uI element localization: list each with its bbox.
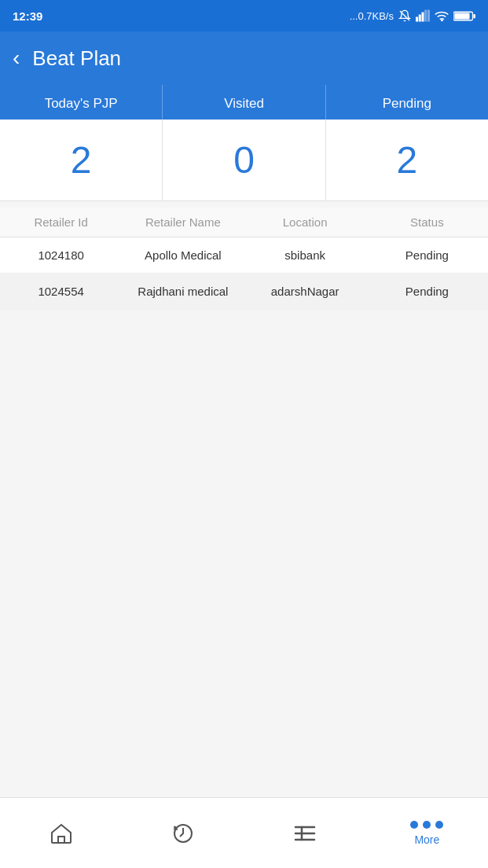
svg-rect-2 <box>419 15 421 22</box>
network-speed: ...0.7KB/s <box>350 10 394 22</box>
cell-retailer-id: 1024554 <box>0 285 122 298</box>
page-title: Beat Plan <box>32 46 121 71</box>
cell-location: adarshNagar <box>244 285 366 298</box>
more-dots-icon <box>410 821 443 829</box>
svg-point-6 <box>442 20 443 21</box>
nav-more[interactable]: More <box>366 821 488 846</box>
cell-status: Pending <box>366 248 488 262</box>
svg-rect-9 <box>454 13 469 19</box>
svg-rect-5 <box>427 10 430 22</box>
svg-rect-1 <box>416 17 418 22</box>
menu-icon <box>292 821 317 846</box>
status-bar: 12:39 ...0.7KB/s <box>0 0 488 31</box>
col-location: Location <box>244 215 366 229</box>
cell-status: Pending <box>366 285 488 298</box>
svg-rect-4 <box>424 10 427 22</box>
table-row[interactable]: 1024554 Rajdhani medical adarshNagar Pen… <box>0 274 488 310</box>
stat-today-label: Today's PJP <box>0 85 163 120</box>
nav-home[interactable] <box>0 821 122 846</box>
stat-pending-label: Pending <box>326 85 488 120</box>
notification-icon <box>398 9 411 22</box>
signal-icon <box>416 9 430 22</box>
cell-retailer-name: Rajdhani medical <box>122 285 244 298</box>
svg-rect-3 <box>422 13 424 22</box>
app-header: ‹ Beat Plan <box>0 31 488 85</box>
back-button[interactable]: ‹ <box>13 47 20 69</box>
nav-history[interactable] <box>122 821 244 846</box>
status-time: 12:39 <box>13 9 42 23</box>
battery-icon <box>453 10 475 22</box>
home-icon <box>49 821 74 846</box>
wifi-icon <box>435 10 449 21</box>
stats-values: 2 0 2 <box>0 120 488 201</box>
status-icons: ...0.7KB/s <box>350 9 475 22</box>
cell-location: sbibank <box>244 248 366 262</box>
col-retailer-name: Retailer Name <box>122 215 244 229</box>
retailer-table: Retailer Id Retailer Name Location Statu… <box>0 208 488 310</box>
bottom-navigation: More <box>0 797 488 868</box>
nav-menu[interactable] <box>244 821 366 846</box>
stat-visited-label: Visited <box>163 85 325 120</box>
svg-rect-8 <box>473 13 475 17</box>
col-status: Status <box>366 215 488 229</box>
stat-pending-value: 2 <box>326 120 488 200</box>
stats-header: Today's PJP Visited Pending <box>0 85 488 120</box>
col-retailer-id: Retailer Id <box>0 215 122 229</box>
cell-retailer-name: Apollo Medical <box>122 248 244 262</box>
stat-visited-value: 0 <box>163 120 325 200</box>
table-header: Retailer Id Retailer Name Location Statu… <box>0 208 488 237</box>
table-row[interactable]: 1024180 Apollo Medical sbibank Pending <box>0 237 488 274</box>
stat-today-value: 2 <box>0 120 163 200</box>
cell-retailer-id: 1024180 <box>0 248 122 262</box>
history-icon <box>171 821 196 846</box>
nav-more-label: More <box>414 833 439 846</box>
